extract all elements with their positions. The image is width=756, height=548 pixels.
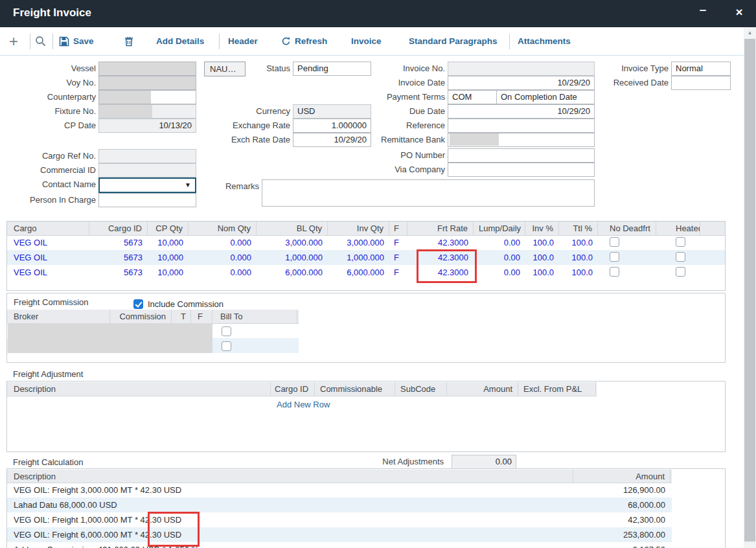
cell-inv_qty[interactable]: 3,000.000: [328, 235, 389, 250]
add-button[interactable]: +: [9, 27, 18, 55]
redaction-broker: [8, 338, 212, 353]
window-title: Freight Invoice: [13, 6, 91, 19]
due-date-field[interactable]: 10/29/20: [448, 104, 595, 119]
header-label: Header: [228, 36, 258, 46]
no_deadfrt-checkbox[interactable]: [610, 237, 619, 247]
save-icon: [59, 36, 69, 47]
no_deadfrt-checkbox[interactable]: [610, 252, 619, 262]
cell-frt_rate[interactable]: 42.3000: [407, 235, 474, 250]
vertical-scrollbar[interactable]: ▲: [744, 27, 756, 548]
counterparty-field[interactable]: [98, 90, 196, 104]
toolbar-separator: [219, 34, 220, 49]
search-button[interactable]: [35, 27, 46, 55]
cell-inv_pct[interactable]: 100.0: [525, 265, 559, 280]
heated-checkbox[interactable]: [676, 252, 685, 262]
person-in-charge-field[interactable]: [98, 193, 196, 207]
cell-cargo[interactable]: VEG OIL: [7, 235, 89, 250]
bill-to-checkbox[interactable]: [222, 341, 231, 351]
toolbar-separator: [509, 34, 510, 49]
cell-cargo_id[interactable]: 5673: [89, 235, 148, 250]
cell-f[interactable]: F: [389, 235, 407, 250]
cell-nom_qty[interactable]: 0.000: [189, 235, 257, 250]
save-button[interactable]: Save: [59, 27, 94, 55]
cell-inv_qty[interactable]: 1,000.000: [328, 250, 389, 265]
redaction-fixture-no: [99, 105, 152, 118]
voy-no-field[interactable]: [98, 76, 196, 90]
cell-lump_daily[interactable]: 0.00: [474, 265, 525, 280]
cell-ttl_pct[interactable]: 100.0: [559, 235, 598, 250]
cell-inv_qty[interactable]: 6,000.000: [328, 265, 389, 280]
scrollbar-thumb[interactable]: [744, 39, 755, 542]
invoice-date-field[interactable]: 10/29/20: [448, 76, 595, 90]
vessel-field[interactable]: [98, 62, 196, 76]
close-icon[interactable]: ×: [731, 5, 748, 19]
cell-cp_qty[interactable]: 10,000: [148, 235, 189, 250]
standard-paragraphs-button[interactable]: Standard Paragraphs: [409, 27, 498, 55]
cell-bl_qty[interactable]: 1,000.000: [257, 250, 328, 265]
cell-cp_qty[interactable]: 10,000: [148, 265, 189, 280]
cell-bl_qty[interactable]: 6,000.000: [257, 265, 328, 280]
received-date-label: Received Date: [584, 76, 669, 90]
cell-f[interactable]: F: [389, 265, 407, 280]
column-header-Description: Description: [7, 382, 271, 396]
cell-bl_qty[interactable]: 3,000.000: [257, 235, 328, 250]
cell-lump_daily[interactable]: 0.00: [474, 250, 525, 265]
cell-ttl_pct[interactable]: 100.0: [559, 250, 598, 265]
minimize-icon[interactable]: –: [694, 3, 711, 17]
header-button[interactable]: Header: [228, 27, 258, 55]
po-number-field[interactable]: [448, 148, 595, 163]
heated-checkbox[interactable]: [676, 267, 685, 277]
cell-inv_pct[interactable]: 100.0: [525, 250, 559, 265]
column-header-BL Qty: BL Qty: [257, 222, 328, 235]
no_deadfrt-checkbox[interactable]: [610, 267, 619, 277]
add-details-button[interactable]: Add Details: [156, 27, 204, 55]
cell-nom_qty[interactable]: 0.000: [189, 250, 257, 265]
column-header-Broker: Broker: [7, 310, 110, 323]
cell-inv_pct[interactable]: 100.0: [525, 235, 559, 250]
column-header-T: T: [172, 310, 191, 323]
cell-lump_daily[interactable]: 0.00: [474, 235, 525, 250]
delete-button[interactable]: [124, 27, 133, 55]
heated-checkbox[interactable]: [676, 237, 685, 247]
cell-heated[interactable]: [656, 250, 700, 265]
cell-f[interactable]: F: [389, 250, 407, 265]
cell-heated[interactable]: [656, 235, 700, 250]
freight-adjustment-title: Freight Adjustment: [13, 369, 83, 379]
cell-no_deadfrt[interactable]: [598, 250, 656, 265]
contact-name-label: Contact Name: [0, 177, 96, 192]
cell-description: Lahad Datu 68,000.00 USD: [7, 497, 573, 512]
cell-nom_qty[interactable]: 0.000: [189, 265, 257, 280]
remarks-field[interactable]: [262, 179, 595, 207]
via-company-field[interactable]: [448, 163, 595, 177]
cell-no_deadfrt[interactable]: [598, 265, 656, 280]
attachments-button[interactable]: Attachments: [518, 27, 571, 55]
cell-no_deadfrt[interactable]: [598, 235, 656, 250]
person-in-charge-label: Person In Charge: [0, 193, 96, 207]
toolbar-divider: [0, 55, 744, 56]
remittance-bank-field[interactable]: [448, 133, 595, 147]
received-date-field[interactable]: [671, 76, 731, 90]
freight-commission-panel: Freight Commission Include Commission Br…: [6, 293, 726, 363]
cell-ttl_pct[interactable]: 100.0: [559, 265, 598, 280]
cell-cargo[interactable]: VEG OIL: [7, 265, 89, 280]
payment-terms-code-field[interactable]: COM: [448, 90, 497, 104]
invoice-type-field[interactable]: Normal: [671, 62, 731, 76]
add-new-row-link[interactable]: Add New Row: [277, 400, 330, 409]
cell-amount: 42,300.00: [573, 512, 670, 527]
fixture-no-label: Fixture No.: [0, 104, 96, 119]
scrollbar-up-icon[interactable]: ▲: [744, 29, 756, 38]
include-commission-checkbox[interactable]: [133, 299, 143, 309]
payment-terms-label: Payment Terms: [348, 90, 445, 104]
invoice-button[interactable]: Invoice: [351, 27, 382, 55]
cell-heated[interactable]: [656, 265, 700, 280]
refresh-button[interactable]: Refresh: [281, 27, 327, 55]
cell-cargo[interactable]: VEG OIL: [7, 250, 89, 265]
column-header-Inv Qty: Inv Qty: [328, 222, 389, 235]
cell-cargo_id[interactable]: 5673: [89, 265, 148, 280]
cell-cp_qty[interactable]: 10,000: [148, 250, 189, 265]
reference-field[interactable]: [448, 119, 595, 133]
cell-description: Address Commission: 491,000.00 USD * 1.2…: [7, 542, 573, 548]
cell-cargo_id[interactable]: 5673: [89, 250, 148, 265]
bill-to-checkbox[interactable]: [222, 326, 231, 336]
plus-icon: +: [9, 35, 18, 48]
